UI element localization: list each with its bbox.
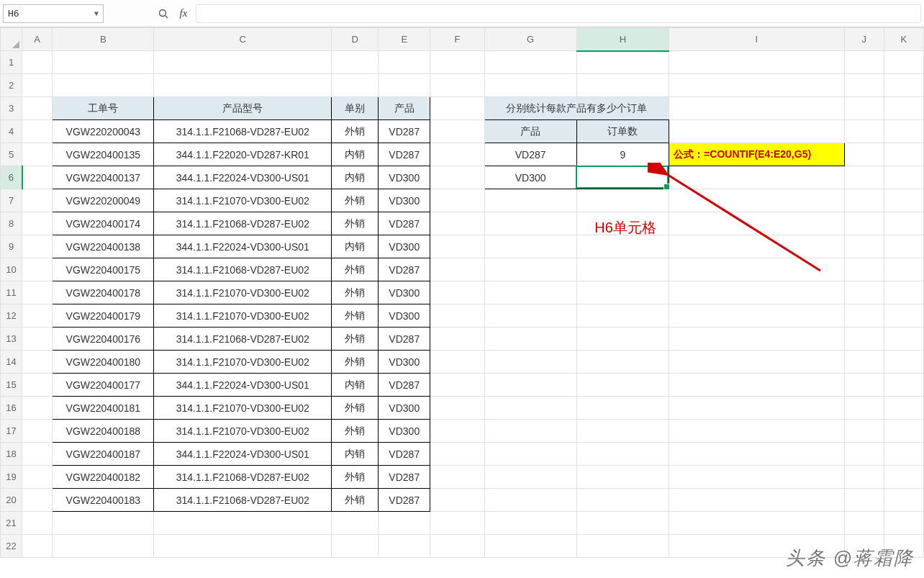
cell-E9[interactable]: VD300 [379,235,430,258]
cell-F2[interactable] [430,74,484,97]
cell-E7[interactable]: VD300 [379,189,430,212]
cell-I16[interactable] [669,397,845,420]
cell-A8[interactable] [22,212,53,235]
cell-E15[interactable]: VD287 [379,374,430,397]
cell-I9[interactable] [669,235,845,258]
cell-E19[interactable]: VD287 [379,466,430,489]
cell-E2[interactable] [379,74,430,97]
cell-H17[interactable] [576,420,669,443]
cell-J20[interactable] [844,489,884,512]
cell-G6[interactable]: VD300 [484,166,576,189]
cell-D12[interactable]: 外销 [332,304,379,328]
cell-K11[interactable] [884,281,923,304]
row-header-16[interactable]: 16 [1,397,22,420]
row-header-13[interactable]: 13 [1,328,22,351]
cell-K19[interactable] [884,466,923,489]
cell-F22[interactable] [430,535,484,558]
row-header-22[interactable]: 22 [1,535,22,558]
cell-E8[interactable]: VD287 [379,212,430,235]
select-all-corner[interactable] [1,28,22,51]
cell-C7[interactable]: 314.1.1.F21070-VD300-EU02 [154,189,332,212]
cell-B15[interactable]: VGW220400177 [53,374,154,397]
col-header-J[interactable]: J [844,28,884,51]
cell-E13[interactable]: VD287 [379,328,430,351]
cell-K15[interactable] [884,374,923,397]
cell-C22[interactable] [154,535,332,558]
row-header-11[interactable]: 11 [1,281,22,304]
row-header-10[interactable]: 10 [1,258,22,281]
col-header-H[interactable]: H [576,28,669,51]
cell-E17[interactable]: VD300 [379,420,430,443]
cell-K13[interactable] [884,328,923,351]
cell-D14[interactable]: 外销 [332,351,379,374]
cell-C2[interactable] [154,74,332,97]
cell-D21[interactable] [332,512,379,535]
cell-E3[interactable]: 产品 [379,97,430,120]
cell-B3[interactable]: 工单号 [53,97,154,120]
cell-B4[interactable]: VGW220200043 [53,120,154,143]
cell-D3[interactable]: 单别 [332,97,379,120]
cell-F14[interactable] [430,351,484,374]
cell-H18[interactable] [576,443,669,466]
row-header-12[interactable]: 12 [1,304,22,328]
col-header-K[interactable]: K [884,28,923,51]
fx-icon[interactable]: fx [176,6,191,22]
cell-J4[interactable] [844,120,884,143]
cell-F16[interactable] [430,397,484,420]
col-header-I[interactable]: I [669,28,845,51]
cell-H1[interactable] [576,51,669,74]
cell-A19[interactable] [22,466,53,489]
cell-D13[interactable]: 外销 [332,328,379,351]
cell-B7[interactable]: VGW220200049 [53,189,154,212]
cell-B11[interactable]: VGW220400178 [53,281,154,304]
cell-I7[interactable] [669,189,845,212]
cell-F17[interactable] [430,420,484,443]
cell-A22[interactable] [22,535,53,558]
cell-B21[interactable] [53,512,154,535]
cell-G10[interactable] [484,258,576,281]
cell-I21[interactable] [669,512,845,535]
cell-E16[interactable]: VD300 [379,397,430,420]
cell-I17[interactable] [669,420,845,443]
cell-G18[interactable] [484,443,576,466]
cell-J14[interactable] [844,351,884,374]
row-header-14[interactable]: 14 [1,351,22,374]
cell-G7[interactable] [484,189,576,212]
row-header-21[interactable]: 21 [1,512,22,535]
cell-A15[interactable] [22,374,53,397]
cell-D11[interactable]: 外销 [332,281,379,304]
chevron-down-icon[interactable]: ▼ [94,9,99,17]
cell-K16[interactable] [884,397,923,420]
cell-D10[interactable]: 外销 [332,258,379,281]
cell-C21[interactable] [154,512,332,535]
col-header-C[interactable]: C [154,28,332,51]
cell-C17[interactable]: 314.1.1.F21070-VD300-EU02 [154,420,332,443]
cell-G21[interactable] [484,512,576,535]
cell-E18[interactable]: VD287 [379,443,430,466]
cell-J18[interactable] [844,443,884,466]
cell-D2[interactable] [332,74,379,97]
cell-J2[interactable] [844,74,884,97]
cell-J9[interactable] [844,235,884,258]
row-header-2[interactable]: 2 [1,74,22,97]
cell-H11[interactable] [576,281,669,304]
cell-G11[interactable] [484,281,576,304]
cell-F20[interactable] [430,489,484,512]
cell-F1[interactable] [430,51,484,74]
cell-C13[interactable]: 314.1.1.F21068-VD287-EU02 [154,328,332,351]
cell-H14[interactable] [576,351,669,374]
cell-B8[interactable]: VGW220400174 [53,212,154,235]
cell-H19[interactable] [576,466,669,489]
cell-C9[interactable]: 344.1.1.F22024-VD300-US01 [154,235,332,258]
cell-G5[interactable]: VD287 [484,143,576,166]
cell-G1[interactable] [484,51,576,74]
cell-G12[interactable] [484,304,576,328]
cell-H6[interactable] [576,166,669,189]
col-header-E[interactable]: E [379,28,430,51]
cell-D18[interactable]: 内销 [332,443,379,466]
cell-D17[interactable]: 外销 [332,420,379,443]
cell-G17[interactable] [484,420,576,443]
cell-K18[interactable] [884,443,923,466]
cell-A14[interactable] [22,351,53,374]
cell-H13[interactable] [576,328,669,351]
